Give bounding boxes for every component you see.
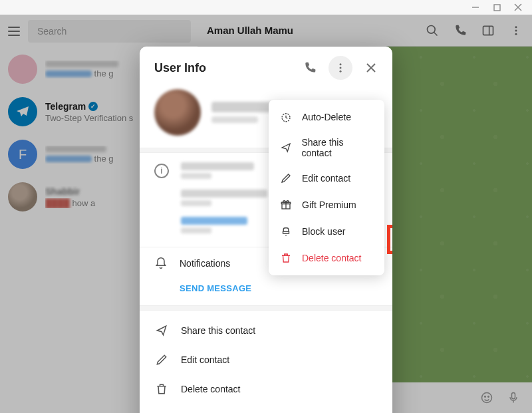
send-message-button[interactable]: SEND MESSAGE xyxy=(140,279,392,305)
svg-point-16 xyxy=(340,67,342,69)
dd-block-user[interactable]: Block user xyxy=(269,218,384,245)
dd-auto-delete[interactable]: Auto-Delete xyxy=(269,104,384,130)
action-edit-contact[interactable]: Edit contact xyxy=(140,345,392,374)
dd-label: Auto-Delete xyxy=(302,112,351,122)
dd-label: Block user xyxy=(302,226,345,237)
window-maximize[interactable] xyxy=(492,3,501,12)
edit-icon xyxy=(279,172,293,185)
dd-edit-contact[interactable]: Edit contact xyxy=(269,165,384,192)
gift-icon xyxy=(279,198,293,211)
trash-icon xyxy=(279,251,293,265)
dd-gift-premium[interactable]: Gift Premium xyxy=(269,192,384,218)
dd-label: Edit contact xyxy=(302,173,350,184)
svg-rect-1 xyxy=(494,5,500,11)
edit-icon xyxy=(154,352,169,367)
dd-delete-contact[interactable]: Delete contact xyxy=(269,245,384,271)
close-icon[interactable] xyxy=(359,56,383,80)
dd-label: Delete contact xyxy=(302,253,362,263)
svg-point-15 xyxy=(340,63,342,65)
modal-more-icon[interactable] xyxy=(329,56,352,80)
action-label: Share this contact xyxy=(181,325,255,336)
share-icon xyxy=(279,141,292,154)
more-dropdown: Auto-Delete Share this contact Edit cont… xyxy=(269,100,384,275)
modal-call-icon[interactable] xyxy=(298,56,322,80)
share-icon xyxy=(154,323,169,338)
dd-label: Share this contact xyxy=(301,137,374,158)
svg-point-17 xyxy=(340,70,342,72)
window-close[interactable] xyxy=(513,3,523,12)
block-icon xyxy=(279,225,293,238)
action-label: Edit contact xyxy=(181,354,229,365)
modal-action-list: Share this contact Edit contact Delete c… xyxy=(140,311,392,409)
timer-icon xyxy=(279,110,293,124)
window-minimize[interactable] xyxy=(471,3,480,12)
trash-icon xyxy=(154,382,169,396)
user-info-modal: User Info i Notifications SEND MESSAGE xyxy=(140,47,392,413)
action-label: Delete contact xyxy=(181,384,241,394)
modal-title: User Info xyxy=(154,61,291,75)
dd-share-contact[interactable]: Share this contact xyxy=(269,130,384,165)
dd-label: Gift Premium xyxy=(302,200,356,210)
profile-avatar[interactable] xyxy=(154,89,201,136)
bell-icon xyxy=(154,257,168,270)
window-chrome xyxy=(0,0,532,15)
action-delete-contact[interactable]: Delete contact xyxy=(140,374,392,404)
info-icon: i xyxy=(154,164,169,178)
action-share-contact[interactable]: Share this contact xyxy=(140,316,392,345)
